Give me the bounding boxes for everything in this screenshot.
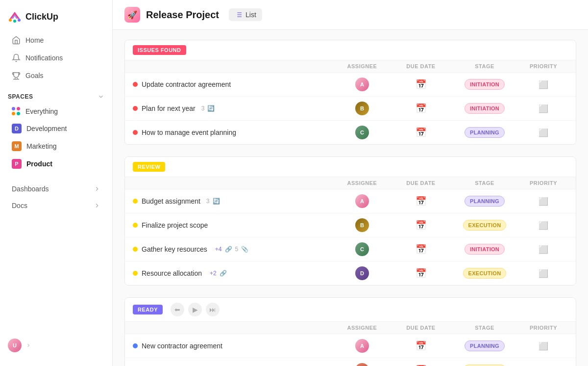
stage-badge[interactable]: INITIATION bbox=[465, 103, 505, 114]
task-name[interactable]: Finalize project scope bbox=[142, 221, 208, 229]
stage-badge[interactable]: PLANNING bbox=[465, 196, 505, 207]
task-name[interactable]: Budget assignment bbox=[142, 197, 200, 205]
col-duedate: DUE DATE bbox=[392, 63, 450, 69]
stage-badge[interactable]: PLANNING bbox=[465, 340, 505, 351]
stage-cell: INITIATION bbox=[450, 103, 519, 114]
toolbar-btn-1[interactable]: ⬅ bbox=[171, 303, 184, 316]
due-date-cell[interactable]: 📅 bbox=[392, 220, 450, 231]
task-meta: +4 🔗 5 📎 bbox=[213, 246, 248, 253]
svg-point-3 bbox=[13, 20, 16, 23]
avatar: A bbox=[355, 339, 369, 353]
sidebar-item-marketing[interactable]: M Marketing bbox=[4, 138, 108, 155]
stage-badge[interactable]: PLANNING bbox=[465, 127, 505, 138]
sidebar-item-notifications[interactable]: Notifications bbox=[4, 50, 108, 66]
avatar: B bbox=[355, 218, 369, 232]
group-issues-header: ISSUES FOUND bbox=[125, 40, 576, 60]
due-date-cell[interactable]: 📅 bbox=[392, 196, 450, 207]
toolbar-btn-2[interactable]: ▶ bbox=[188, 303, 202, 316]
due-date-cell[interactable]: 📅 bbox=[392, 340, 450, 351]
task-status-dot bbox=[133, 130, 138, 135]
app-name: ClickUp bbox=[25, 12, 58, 22]
table-row: Update contractor agreement A 📅 INITIATI… bbox=[125, 73, 576, 97]
sidebar-item-docs[interactable]: Docs bbox=[4, 198, 108, 213]
list-icon bbox=[235, 11, 243, 19]
task-name[interactable]: Plan for next year bbox=[142, 105, 196, 112]
stage-badge[interactable]: INITIATION bbox=[465, 79, 505, 90]
sidebar-item-product[interactable]: P Product bbox=[4, 156, 108, 172]
toolbar-btn-3[interactable]: ⏭ bbox=[206, 303, 220, 316]
task-name[interactable]: Gather key resources bbox=[142, 245, 207, 253]
task-meta: +2 🔗 bbox=[208, 270, 227, 277]
calendar-icon: 📅 bbox=[416, 268, 426, 279]
avatar: A bbox=[355, 78, 369, 91]
priority-icon: ⬜ bbox=[539, 341, 548, 351]
extra-count: +4 bbox=[215, 246, 222, 253]
task-name[interactable]: Resource allocation bbox=[142, 269, 202, 277]
stage-cell: PLANNING bbox=[450, 127, 519, 138]
assignee-cell: A bbox=[333, 78, 392, 91]
col-headers-issues: ASSIGNEE DUE DATE STAGE PRIORITY bbox=[125, 60, 576, 73]
col-priority: PRIORITY bbox=[519, 325, 568, 331]
avatar: D bbox=[355, 266, 369, 280]
due-date-cell[interactable]: 📅 bbox=[392, 79, 450, 90]
sidebar-item-goals[interactable]: Goals bbox=[4, 67, 108, 84]
task-name[interactable]: Update contractor agreement bbox=[142, 80, 231, 88]
group-ready-badge: READY bbox=[133, 305, 163, 314]
sidebar-item-dashboards[interactable]: Dashboards bbox=[4, 181, 108, 197]
stage-cell: INITIATION bbox=[450, 244, 519, 255]
stage-badge[interactable]: EXECUTION bbox=[463, 268, 507, 279]
assignee-cell: A bbox=[333, 339, 392, 353]
col-task bbox=[133, 180, 333, 186]
task-name[interactable]: How to manage event planning bbox=[142, 129, 236, 136]
sidebar-goals-label: Goals bbox=[25, 72, 44, 79]
priority-icon: ⬜ bbox=[539, 245, 548, 254]
stage-badge[interactable]: EXECUTION bbox=[463, 220, 507, 231]
task-count: 3 bbox=[201, 105, 205, 112]
home-icon bbox=[12, 36, 21, 45]
avatar: A bbox=[355, 194, 369, 208]
task-name-cell: Finalize project scope bbox=[133, 221, 333, 229]
task-status-dot bbox=[133, 199, 138, 204]
view-label: List bbox=[245, 11, 256, 19]
sidebar-item-home[interactable]: Home bbox=[4, 32, 108, 49]
col-stage: STAGE bbox=[450, 180, 519, 186]
refresh-icon: 🔄 bbox=[207, 105, 215, 112]
due-date-cell[interactable]: 📅 bbox=[392, 244, 450, 255]
task-status-dot bbox=[133, 223, 138, 228]
table-row: Plan for next year 3 🔄 B 📅 INITIATION ⬜ bbox=[125, 97, 576, 121]
sidebar-item-development[interactable]: D Development bbox=[4, 120, 108, 137]
spaces-header: Spaces bbox=[0, 88, 112, 103]
priority-icon: ⬜ bbox=[539, 269, 548, 278]
priority-cell: ⬜ bbox=[519, 269, 568, 278]
col-duedate: DUE DATE bbox=[392, 325, 450, 331]
group-review: REVIEW ASSIGNEE DUE DATE STAGE PRIORITY … bbox=[124, 157, 576, 286]
due-date-cell[interactable]: 📅 bbox=[392, 127, 450, 138]
col-stage: STAGE bbox=[450, 63, 519, 69]
avatar: E bbox=[355, 363, 369, 366]
assignee-cell: B bbox=[333, 102, 392, 115]
stage-badge[interactable]: INITIATION bbox=[465, 244, 505, 255]
assignee-cell: E bbox=[333, 363, 392, 366]
user-avatar-row[interactable]: U bbox=[0, 335, 112, 356]
task-status-dot bbox=[133, 106, 138, 111]
stage-cell: EXECUTION bbox=[450, 268, 519, 279]
col-headers-ready: ASSIGNEE DUE DATE STAGE PRIORITY bbox=[125, 322, 576, 334]
table-row: Budget assignment 3 🔄 A 📅 PLANNING ⬜ bbox=[125, 189, 576, 213]
due-date-cell[interactable]: 📅 bbox=[392, 103, 450, 114]
task-status-dot bbox=[133, 82, 138, 87]
calendar-icon: 📅 bbox=[416, 340, 426, 351]
task-name[interactable]: New contractor agreement bbox=[142, 342, 222, 350]
stage-cell: PLANNING bbox=[450, 196, 519, 207]
product-icon: P bbox=[12, 159, 22, 169]
marketing-icon: M bbox=[12, 141, 22, 151]
attach-icon: 📎 bbox=[241, 246, 248, 253]
clickup-logo-icon bbox=[8, 10, 22, 24]
col-task bbox=[133, 63, 333, 69]
table-row: Resource allocation +2 🔗 D 📅 EXECUTION ⬜ bbox=[125, 261, 576, 285]
due-date-cell[interactable]: 📅 bbox=[392, 268, 450, 279]
col-assignee: ASSIGNEE bbox=[333, 180, 392, 186]
view-selector[interactable]: List bbox=[229, 8, 262, 21]
priority-cell: ⬜ bbox=[519, 197, 568, 206]
group-ready-header: READY ⬅ ▶ ⏭ bbox=[125, 298, 576, 322]
sidebar-item-everything[interactable]: Everything bbox=[4, 104, 108, 119]
